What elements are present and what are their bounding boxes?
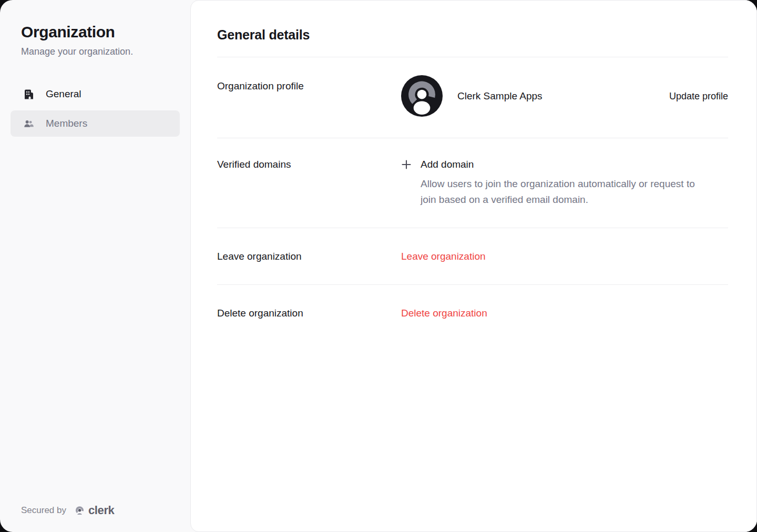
organization-name: Clerk Sample Apps [457, 90, 543, 102]
sidebar-footer: Secured by clerk [0, 504, 190, 532]
row-label: Organization profile [217, 75, 401, 92]
members-icon [23, 118, 34, 129]
clerk-brand-link[interactable]: clerk [74, 504, 114, 517]
organization-profile-row: Organization profile Clerk Sample Apps [217, 57, 728, 138]
sidebar-nav: General Members [11, 81, 180, 137]
update-profile-button[interactable]: Update profile [669, 90, 728, 102]
add-domain-label: Add domain [421, 159, 474, 170]
page-title: Organization [21, 22, 169, 42]
add-domain-button[interactable]: Add domain [401, 159, 728, 170]
sidebar-item-general[interactable]: General [11, 81, 180, 107]
organization-avatar [401, 75, 443, 117]
verified-domains-description: Allow users to join the organization aut… [421, 176, 704, 208]
row-label: Verified domains [217, 159, 401, 208]
delete-organization-row: Delete organization Delete organization [217, 285, 728, 341]
organization-settings-card: Organization Manage your organization. G… [0, 0, 757, 532]
sidebar: Organization Manage your organization. G… [0, 0, 190, 532]
panel-title: General details [217, 27, 728, 43]
panel-header: General details [217, 1, 728, 57]
leave-organization-row: Leave organization Leave organization [217, 228, 728, 285]
sidebar-item-members[interactable]: Members [11, 110, 180, 137]
plus-icon [401, 159, 412, 170]
row-label: Delete organization [217, 308, 401, 319]
clerk-logo-icon [74, 505, 86, 517]
organization-profile-cell: Clerk Sample Apps [401, 75, 669, 117]
verified-domains-row: Verified domains Add domain Allow users … [217, 138, 728, 228]
page-subtitle: Manage your organization. [21, 45, 169, 58]
leave-organization-button[interactable]: Leave organization [401, 251, 728, 262]
sidebar-item-label: General [46, 88, 81, 100]
building-icon [23, 89, 34, 100]
row-label: Leave organization [217, 251, 401, 262]
sidebar-header: Organization Manage your organization. [0, 0, 190, 58]
clerk-wordmark: clerk [88, 504, 114, 517]
general-details-panel: General details Organization profile [190, 0, 757, 532]
sidebar-item-label: Members [46, 118, 87, 129]
secured-by-label: Secured by [21, 505, 66, 516]
verified-domains-cell: Add domain Allow users to join the organ… [401, 159, 728, 208]
delete-organization-button[interactable]: Delete organization [401, 308, 728, 319]
